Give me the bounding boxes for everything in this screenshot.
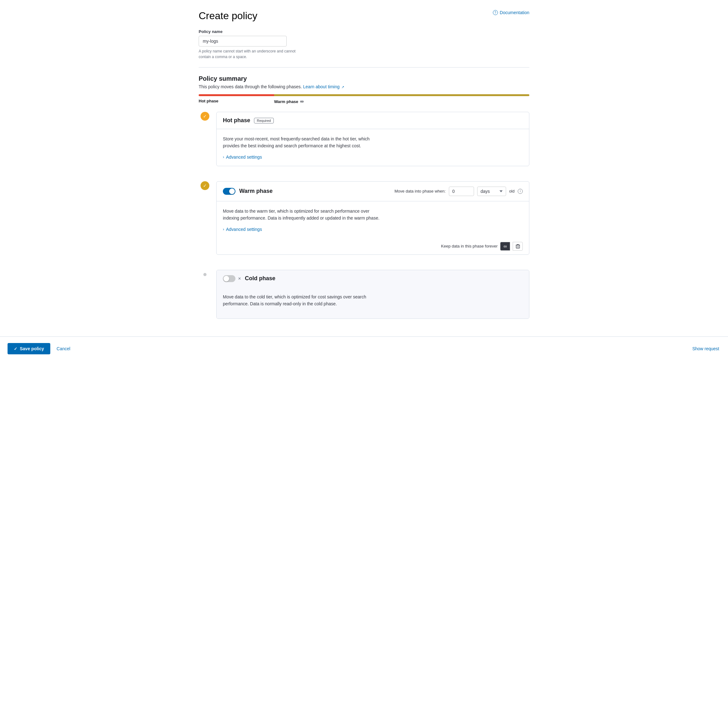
warm-phase-move-label: Move data into phase when:	[394, 189, 446, 194]
warm-phase-row: ✓ Warm phase Move	[199, 181, 529, 262]
warm-phase-title: Warm phase	[239, 188, 272, 195]
cold-phase-title: Cold phase	[245, 275, 275, 282]
keep-forever-label: Keep data in this phase forever	[441, 244, 498, 249]
documentation-icon: ?	[493, 10, 498, 15]
policy-summary-section: Policy summary This policy moves data th…	[199, 75, 529, 104]
save-policy-button[interactable]: ✓ Save policy	[8, 343, 50, 354]
bottom-bar: ✓ Save policy Cancel Show request	[0, 336, 728, 361]
hot-phase-card: Hot phase Required Store your most-recen…	[216, 112, 529, 166]
phases-area: ✓ Hot phase Required Store your most-rec…	[199, 112, 529, 326]
policy-name-label: Policy name	[199, 29, 529, 34]
chevron-right-warm-icon: ›	[223, 227, 224, 231]
hot-phase-header-left: Hot phase Required	[223, 117, 274, 124]
hot-phase-dot: ✓	[200, 112, 209, 121]
warm-phase-days-select[interactable]: days hours minutes	[477, 187, 506, 196]
policy-summary-subtitle: This policy moves data through the follo…	[199, 84, 529, 89]
warm-phase-info-icon[interactable]: i	[518, 189, 523, 194]
svg-rect-0	[516, 245, 520, 248]
show-request-button[interactable]: Show request	[691, 343, 720, 354]
infinity-button[interactable]: ∞	[500, 242, 510, 250]
cold-phase-header-left: ✕ Cold phase	[223, 275, 275, 282]
hot-phase-progress-bar	[199, 94, 274, 96]
warm-phase-infinity-icon: ∞	[300, 99, 304, 104]
warm-phase-card-footer: Keep data in this phase forever ∞	[217, 238, 529, 255]
page-header: Create policy ? Documentation	[199, 10, 529, 22]
cold-phase-timeline	[199, 270, 211, 276]
hot-phase-card-container: Hot phase Required Store your most-recen…	[216, 112, 529, 174]
progress-bars	[199, 94, 529, 96]
warm-phase-label: Warm phase ∞	[274, 99, 304, 104]
hot-phase-card-body: Store your most-recent, most frequently-…	[217, 129, 529, 166]
warm-phase-timeline: ✓	[199, 181, 211, 190]
cold-phase-card-body: Move data to the cold tier, which is opt…	[217, 287, 529, 319]
cold-toggle-thumb	[224, 276, 229, 282]
hot-phase-timeline: ✓	[199, 112, 211, 121]
learn-timing-link[interactable]: Learn about timing ↗	[303, 84, 344, 89]
warm-phase-check-icon: ✓	[203, 183, 207, 188]
hot-phase-check-icon: ✓	[203, 114, 207, 119]
cold-phase-toggle[interactable]	[223, 275, 235, 282]
warm-phase-header-right: Move data into phase when: days hours mi…	[394, 187, 523, 196]
warm-phase-days-input[interactable]	[449, 187, 474, 196]
toggle-thumb	[229, 189, 235, 194]
cold-phase-card: ✕ Cold phase Move data to the cold tier,…	[216, 270, 529, 319]
warm-phase-header-left: Warm phase	[223, 188, 272, 195]
warm-phase-card-header: Warm phase Move data into phase when: da…	[217, 182, 529, 201]
external-link-icon: ↗	[341, 85, 344, 89]
bottom-bar-left: ✓ Save policy Cancel	[8, 343, 72, 354]
documentation-link[interactable]: ? Documentation	[493, 10, 529, 15]
policy-name-hint: A policy name cannot start with an under…	[199, 48, 309, 60]
warm-phase-advanced-link[interactable]: › Advanced settings	[223, 227, 523, 232]
hot-phase-advanced-link[interactable]: › Advanced settings	[223, 154, 523, 160]
phase-labels: Hot phase Warm phase ∞	[199, 99, 529, 104]
cold-phase-row: ✕ Cold phase Move data to the cold tier,…	[199, 270, 529, 327]
hot-phase-label: Hot phase	[199, 99, 274, 104]
policy-name-input[interactable]	[199, 36, 287, 46]
cold-phase-toggle-area: ✕	[223, 275, 241, 282]
warm-phase-old-label: old	[509, 189, 514, 194]
delete-button[interactable]	[513, 242, 523, 250]
policy-summary-title: Policy summary	[199, 75, 529, 82]
warm-phase-progress-bar	[274, 94, 529, 96]
cold-phase-card-header: ✕ Cold phase	[217, 270, 529, 287]
warm-phase-dot: ✓	[200, 181, 209, 190]
hot-phase-description: Store your most-recent, most frequently-…	[223, 135, 386, 150]
warm-phase-card: Warm phase Move data into phase when: da…	[216, 181, 529, 255]
trash-icon	[516, 244, 520, 249]
warm-phase-description: Move data to the warm tier, which is opt…	[223, 208, 386, 222]
chevron-right-icon: ›	[223, 155, 224, 159]
hot-phase-card-header: Hot phase Required	[217, 112, 529, 129]
page-title: Create policy	[199, 10, 257, 22]
policy-name-field: Policy name A policy name cannot start w…	[199, 29, 529, 60]
warm-phase-card-body: Move data to the warm tier, which is opt…	[217, 201, 529, 238]
warm-phase-card-container: Warm phase Move data into phase when: da…	[216, 181, 529, 262]
cold-phase-description: Move data to the cold tier, which is opt…	[223, 293, 386, 308]
cold-phase-x-icon: ✕	[238, 276, 241, 281]
hot-phase-title: Hot phase	[223, 117, 250, 124]
hot-phase-row: ✓ Hot phase Required Store your most-rec…	[199, 112, 529, 174]
cold-phase-card-container: ✕ Cold phase Move data to the cold tier,…	[216, 270, 529, 327]
warm-phase-toggle[interactable]	[223, 188, 235, 195]
cancel-button[interactable]: Cancel	[55, 343, 72, 354]
hot-phase-required-badge: Required	[254, 118, 274, 123]
divider-1	[199, 67, 529, 68]
cold-phase-dot	[203, 273, 206, 276]
save-check-icon: ✓	[14, 346, 17, 351]
